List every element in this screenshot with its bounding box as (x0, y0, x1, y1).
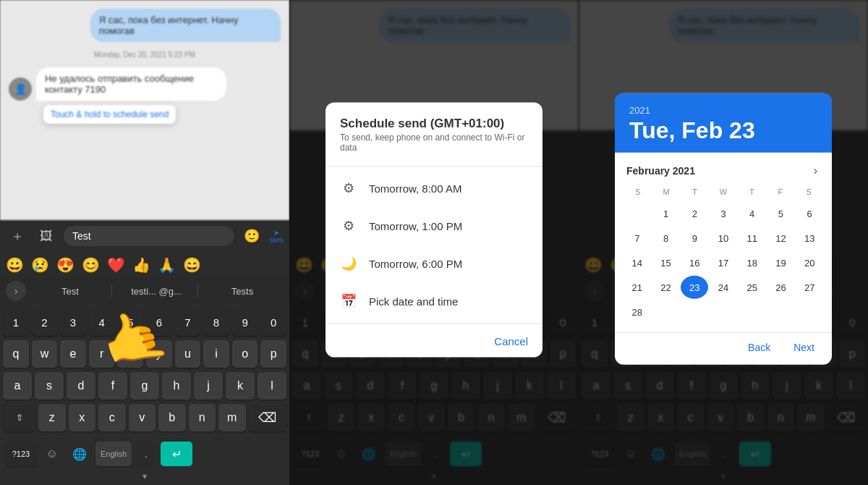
emoji-switch-icon[interactable]: ☺ (41, 442, 64, 465)
key-9[interactable]: 9 (232, 308, 258, 336)
day-6[interactable]: 6 (796, 202, 823, 225)
period-key[interactable]: . (136, 442, 156, 466)
suggestion-1[interactable]: Test (29, 284, 112, 298)
key-x[interactable]: x (69, 404, 96, 431)
message-input[interactable]: Test (64, 226, 234, 246)
key-s[interactable]: s (35, 372, 64, 400)
emoji-2[interactable]: 😢 (31, 256, 49, 274)
sms-send-button[interactable]: ➤ SMS (269, 229, 284, 244)
day-4[interactable]: 4 (739, 202, 766, 225)
day-3[interactable]: 3 (710, 202, 737, 225)
calendar-date-display: Tue, Feb 23 (629, 117, 817, 144)
day-8[interactable]: 8 (652, 227, 680, 250)
option-4-text: Pick date and time (369, 295, 458, 308)
calendar-next-month-btn[interactable]: › (811, 161, 820, 180)
schedule-modal: Schedule send (GMT+01:00) To send, keep … (326, 102, 542, 357)
key-z[interactable]: z (38, 404, 66, 431)
key-p[interactable]: p (260, 340, 286, 368)
shift-key[interactable]: ⇧ (3, 404, 35, 431)
key-i[interactable]: i (203, 340, 229, 368)
day-1[interactable]: 1 (652, 202, 680, 225)
day-20[interactable]: 20 (796, 251, 823, 274)
modal-title: Schedule send (GMT+01:00) (326, 117, 542, 131)
symbol-switch-key[interactable]: ?123 (6, 442, 36, 466)
key-k[interactable]: k (226, 372, 255, 400)
key-n[interactable]: n (189, 404, 216, 431)
key-g[interactable]: g (130, 372, 159, 400)
key-0[interactable]: 0 (260, 308, 286, 336)
globe-icon[interactable]: 🌐 (68, 442, 91, 465)
option-pick-date[interactable]: 📅 Pick date and time (326, 282, 542, 320)
cancel-button[interactable]: Cancel (494, 335, 528, 347)
day-22[interactable]: 22 (652, 276, 680, 299)
day-12[interactable]: 12 (767, 227, 795, 250)
schedule-tooltip[interactable]: Touch & hold to schedule send (43, 105, 176, 124)
weekday-t1: T (681, 185, 709, 199)
day-7[interactable]: 7 (624, 227, 651, 250)
key-h[interactable]: h (162, 372, 191, 400)
next-button[interactable]: Next (788, 339, 820, 356)
calendar-dialog: 2021 Tue, Feb 23 February 2021 › S M T W… (615, 93, 832, 365)
option-tomorrow-1pm[interactable]: ⚙ Tomorrow, 1:00 PM (326, 207, 542, 245)
day-10[interactable]: 10 (710, 227, 737, 250)
day-27[interactable]: 27 (796, 276, 823, 299)
image-icon[interactable]: 🖼 (35, 224, 58, 248)
key-7[interactable]: 7 (175, 308, 201, 336)
suggestion-2[interactable]: testi... @g... (115, 284, 198, 298)
day-16[interactable]: 16 (681, 251, 708, 274)
day-18[interactable]: 18 (739, 251, 766, 274)
key-2[interactable]: 2 (32, 308, 58, 336)
key-c[interactable]: c (98, 404, 126, 431)
day-28[interactable]: 28 (624, 300, 651, 324)
key-q[interactable]: q (3, 340, 29, 368)
key-a[interactable]: a (3, 372, 32, 400)
key-v[interactable]: v (129, 404, 156, 431)
day-17[interactable]: 17 (710, 251, 737, 274)
space-key[interactable]: English (95, 442, 132, 466)
expand-suggestions-btn[interactable]: › (6, 281, 26, 301)
chevron-down-icon[interactable]: ▾ (142, 471, 147, 481)
day-21[interactable]: 21 (624, 276, 651, 299)
key-m[interactable]: m (218, 404, 246, 431)
emoji-4[interactable]: 😊 (82, 256, 100, 274)
day-25[interactable]: 25 (739, 276, 766, 299)
row-zxcv: ⇧ z x c v b n m ⌫ (3, 404, 286, 431)
back-button[interactable]: Back (742, 339, 776, 356)
calendar-footer: Back Next (615, 332, 832, 365)
emoji-8[interactable]: 😄 (183, 256, 201, 274)
key-w[interactable]: w (32, 340, 58, 368)
add-icon[interactable]: ＋ (6, 224, 29, 248)
emoji-5[interactable]: ❤️ (107, 256, 125, 274)
key-e[interactable]: e (60, 340, 86, 368)
day-14[interactable]: 14 (624, 251, 651, 274)
key-u[interactable]: u (175, 340, 201, 368)
day-23-selected[interactable]: 23 (681, 276, 708, 299)
key-l[interactable]: l (258, 372, 286, 400)
key-b[interactable]: b (158, 404, 186, 431)
option-tomorrow-6pm[interactable]: 🌙 Tomorrow, 6:00 PM (326, 245, 542, 282)
emoji-6[interactable]: 👍 (132, 256, 150, 274)
day-19[interactable]: 19 (767, 251, 795, 274)
emoji-7[interactable]: 🙏 (158, 256, 176, 274)
emoji-icon[interactable]: 🙂 (240, 224, 263, 248)
day-11[interactable]: 11 (739, 227, 766, 250)
key-d[interactable]: d (67, 372, 95, 400)
emoji-3[interactable]: 😍 (56, 256, 75, 274)
emoji-1[interactable]: 😀 (6, 256, 24, 274)
key-3[interactable]: 3 (60, 308, 86, 336)
enter-key[interactable]: ↵ (161, 442, 192, 466)
day-2[interactable]: 2 (681, 202, 708, 225)
day-15[interactable]: 15 (652, 251, 680, 274)
day-5[interactable]: 5 (767, 202, 795, 225)
day-9[interactable]: 9 (681, 227, 708, 250)
day-24[interactable]: 24 (710, 276, 737, 299)
key-1[interactable]: 1 (3, 308, 29, 336)
suggestion-3[interactable]: Tests (201, 284, 284, 298)
option-tomorrow-8am[interactable]: ⚙ Tomorrow, 8:00 AM (326, 169, 542, 207)
key-o[interactable]: o (232, 340, 258, 368)
day-13[interactable]: 13 (796, 227, 823, 250)
key-j[interactable]: j (194, 372, 223, 400)
day-26[interactable]: 26 (767, 276, 795, 299)
key-8[interactable]: 8 (203, 308, 229, 336)
delete-key[interactable]: ⌫ (249, 404, 287, 431)
